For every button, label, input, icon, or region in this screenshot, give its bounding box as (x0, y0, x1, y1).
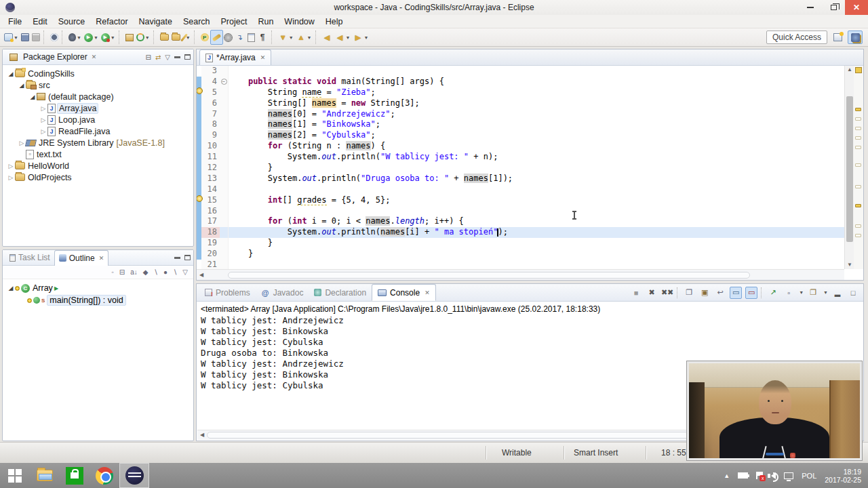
minimize-view-icon[interactable] (174, 257, 180, 259)
tab-declaration[interactable]: Declaration (309, 284, 372, 301)
menu-edit[interactable]: Edit (27, 16, 53, 28)
prev-annotation-button[interactable]: ▲▼ (295, 30, 313, 45)
tab-outline[interactable]: Outline ✕ (54, 250, 109, 266)
action-center-flag-icon[interactable] (756, 472, 763, 479)
code-line-16[interactable]: 16 (197, 206, 844, 217)
export-button[interactable] (170, 30, 182, 45)
expander-icon[interactable]: ▷ (7, 163, 15, 169)
display-console-button[interactable]: ▫ (783, 287, 795, 299)
view-menu-icon[interactable]: ▽ (165, 54, 170, 61)
expander-icon[interactable]: ◢ (18, 82, 26, 89)
last-edit-location-button[interactable]: ◀ (321, 30, 334, 45)
open-type-button[interactable]: ↴ (233, 30, 246, 45)
close-view-icon[interactable]: ✕ (99, 255, 104, 262)
code-line-7[interactable]: 7 names[0] = "Andrzejewicz"; (197, 109, 844, 120)
hide-non-public-icon[interactable]: ● (163, 268, 167, 276)
code-line-17[interactable]: 17 for (int i = 0; i < names.length; i++… (197, 216, 844, 227)
tree-item--default-package-[interactable]: ◢(default package) (3, 91, 193, 102)
show-stdout-button[interactable]: ▭ (730, 287, 742, 299)
menu-refactor[interactable]: Refactor (90, 16, 133, 28)
warning-mark[interactable] (855, 108, 861, 111)
expander-icon[interactable]: ◢ (7, 285, 15, 291)
menu-help[interactable]: Help (320, 16, 349, 28)
open-perspective-button[interactable] (830, 30, 845, 44)
editor-horizontal-scrollbar[interactable]: ◀ (197, 269, 844, 280)
editor-vertical-scrollbar[interactable]: ▲ ▼ (844, 66, 854, 269)
taskbar-clock[interactable]: 18:19 2017-02-25 (825, 468, 861, 484)
code-line-6[interactable]: 6 String[] names = new String[3]; (197, 98, 844, 109)
maximize-view-icon[interactable] (184, 255, 191, 260)
synchronize-button[interactable]: ▼ (135, 30, 151, 45)
tree-item-jre-system-library[interactable]: ▷JRE System Library[JavaSE-1.8] (3, 137, 193, 148)
code-line-11[interactable]: 11 System.out.println("W tablicy jest: "… (197, 152, 844, 163)
occurrence-mark[interactable] (855, 163, 861, 167)
forward-button[interactable]: ▶▼ (351, 30, 370, 45)
hide-static-icon[interactable]: ∖ (154, 268, 158, 276)
mark-occurrences-button[interactable] (210, 30, 223, 45)
tree-item-helloworld[interactable]: ▷HelloWorld (3, 160, 193, 171)
new-java-project-button[interactable] (124, 30, 135, 45)
occurrence-mark[interactable] (855, 224, 861, 228)
dropdown-icon[interactable]: ▼ (94, 35, 98, 40)
hide-local-types-icon[interactable]: ∖ (173, 268, 177, 276)
back-button[interactable]: ◀▼ (334, 30, 352, 45)
external-tools-button[interactable]: ▼ (182, 30, 192, 45)
maximize-view-icon[interactable] (184, 54, 191, 60)
code-area[interactable]: 34− public static void main(String[] arg… (197, 66, 844, 269)
tree-item-readfile-java[interactable]: ▷JReadFile.java (3, 125, 193, 137)
search-button[interactable]: P (199, 30, 210, 45)
code-line-21[interactable]: 21 (197, 260, 844, 269)
chrome[interactable] (90, 463, 119, 488)
close-view-icon[interactable]: ✕ (92, 54, 97, 60)
tray-expand-icon[interactable]: ▲ (724, 472, 730, 479)
import-button[interactable] (159, 30, 170, 45)
expander-icon[interactable]: ▷ (39, 128, 47, 135)
tab-package-explorer[interactable]: Package Explorer ✕ (5, 49, 100, 65)
expander-icon[interactable]: ▷ (39, 117, 47, 123)
scrollbar-thumb[interactable] (228, 272, 750, 279)
code-line-5[interactable]: 5 String name = "Zieba"; (197, 87, 844, 98)
dropdown-icon[interactable]: ▼ (77, 35, 81, 40)
hide-fields-icon[interactable]: ◆ (143, 268, 149, 276)
tab-javadoc[interactable]: @Javadoc (256, 284, 309, 301)
code-line-3[interactable]: 3 (197, 66, 844, 77)
dropdown-icon[interactable]: ▼ (363, 35, 368, 40)
maximize-button[interactable]: □ (847, 287, 859, 299)
tab-task-list[interactable]: Task List (5, 250, 54, 266)
volume-icon[interactable] (771, 472, 776, 479)
next-annotation-button[interactable]: ▼▼ (277, 30, 295, 45)
scroll-down-icon[interactable]: ▼ (845, 261, 854, 269)
expander-icon[interactable]: ◢ (7, 70, 15, 77)
occurrence-mark[interactable] (855, 117, 861, 121)
dropdown-icon[interactable]: ▼ (799, 290, 804, 295)
minimize-view-icon[interactable] (174, 56, 180, 58)
menu-navigate[interactable]: Navigate (134, 16, 178, 28)
dropdown-icon[interactable]: ▼ (823, 290, 828, 295)
scroll-left-icon[interactable]: ◀ (197, 271, 206, 279)
expander-icon[interactable]: ◢ (28, 94, 37, 100)
dropdown-icon[interactable]: ▼ (111, 35, 115, 40)
scroll-lock-button[interactable]: ▣ (698, 287, 711, 299)
menu-run[interactable]: Run (252, 16, 279, 28)
quick-access-box[interactable]: Quick Access (766, 30, 827, 44)
new-wizard-button[interactable]: ▼ (3, 30, 20, 45)
tab-array-java[interactable]: J *Array.java ✕ (199, 49, 271, 65)
menu-project[interactable]: Project (216, 16, 253, 28)
occurrence-mark[interactable] (855, 136, 861, 140)
remove-all-launches-button[interactable]: ✖✖ (661, 287, 673, 299)
word-wrap-button[interactable]: ↩ (714, 287, 726, 299)
eclipse[interactable] (119, 463, 149, 488)
code-line-12[interactable]: 12 } (197, 163, 844, 174)
occurrence-mark[interactable] (855, 146, 861, 149)
build-automatically-button[interactable] (223, 30, 233, 45)
sort-icon[interactable]: a↓ (130, 268, 138, 276)
code-line-19[interactable]: 19 } (197, 238, 844, 249)
keyboard-language[interactable]: POL (802, 472, 816, 480)
start-button[interactable] (0, 463, 30, 488)
outline-item-main[interactable]: Smain(String[]) : void (3, 294, 193, 306)
tree-item-loop-java[interactable]: ▷JLoop.java (3, 114, 193, 125)
debug-button[interactable]: ▼ (67, 30, 83, 45)
tab-console[interactable]: Console✕ (372, 284, 436, 301)
code-line-8[interactable]: 8 names[1] = "Binkowska"; (197, 119, 844, 130)
view-menu-icon[interactable]: ▽ (182, 268, 188, 276)
